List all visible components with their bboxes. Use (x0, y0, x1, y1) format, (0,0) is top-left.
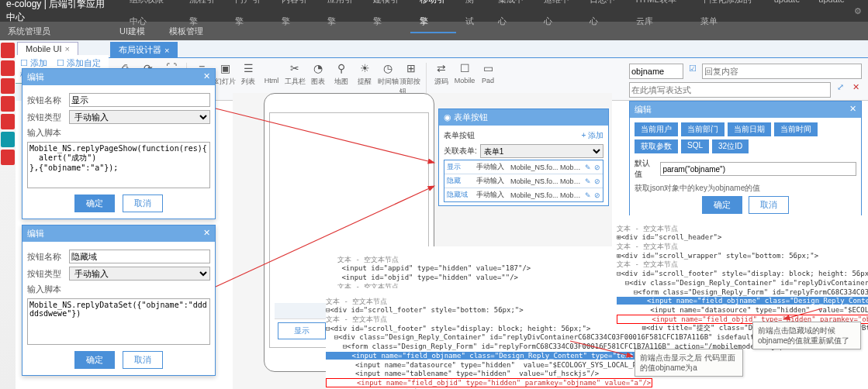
tab-mobile-ui[interactable]: Mobile UI × (17, 42, 78, 55)
tool-Html[interactable]: Html (260, 61, 283, 97)
tool-Pad[interactable]: ▭Pad (476, 61, 500, 97)
rail-item[interactable] (1, 96, 15, 112)
nav-item[interactable]: 测试 (456, 0, 489, 33)
label-type: 按钮类型 (27, 112, 64, 123)
close-icon[interactable]: ✕ (203, 71, 210, 83)
prop-reply[interactable] (702, 64, 862, 79)
nav-item[interactable]: 集成中心 (489, 0, 534, 33)
gear-icon[interactable]: ⚙ (854, 6, 862, 16)
input-name[interactable] (69, 250, 210, 263)
nav-item[interactable]: HTML表单云库 (627, 0, 691, 33)
sub-tab-ui[interactable]: UI建模 (109, 23, 156, 39)
edit-dialog-hidefield: 编辑✕ 按钮名称 按钮类型手动输入 输入脚本 Mobile_NS.replyDa… (22, 225, 216, 376)
rail-item[interactable] (1, 43, 15, 58)
form-btn-show[interactable]: 显示 (278, 323, 326, 339)
nav-item[interactable]: 运维中心 (534, 0, 580, 33)
close-icon[interactable]: × (64, 44, 69, 53)
nav-item[interactable]: 建模引擎 (364, 0, 410, 33)
nav-item[interactable]: update (809, 0, 854, 33)
cancel-button[interactable]: 取消 (749, 196, 789, 214)
ok-button[interactable]: 确定 (74, 194, 115, 212)
delete-icon[interactable]: ⊘ (594, 164, 600, 171)
select-type[interactable]: 手动输入 (69, 110, 210, 124)
chip[interactable]: 获取参数 (635, 139, 678, 153)
delete-icon[interactable]: ✕ (849, 82, 862, 98)
tool-幻灯片[interactable]: ▣幻灯片 (213, 61, 237, 97)
form-select[interactable]: 表单1 (480, 144, 603, 158)
delete-icon[interactable]: ⊘ (594, 191, 600, 199)
nav-item[interactable]: 日志中心 (580, 0, 626, 33)
input-name[interactable] (69, 93, 210, 107)
tool-icon: ☰ (241, 61, 255, 75)
delete-icon[interactable]: ⊘ (594, 177, 600, 185)
textarea-script[interactable]: Mobile_NS.replyDataSet({"objname":"ddddd… (27, 298, 210, 345)
input-default[interactable] (660, 162, 857, 176)
add-button-link[interactable]: + 添加 (581, 130, 603, 141)
tool-Mobile[interactable]: ☐Mobile (453, 61, 476, 97)
button-list-item[interactable]: 显示手动输入Mobile_NS.fo... Mobile_NS.re...✎⊘ (444, 160, 603, 174)
chip[interactable]: 当前部门 (681, 122, 724, 136)
default-value-dialog: 编辑✕ 当前用户当前部门当前日期当前时间获取参数SQL32位ID 默认值 获取j… (629, 101, 862, 219)
tab-label: 布局设计器 (119, 44, 161, 56)
tool-icon: ⚲ (334, 61, 348, 75)
tool-列表[interactable]: ☰列表 (237, 61, 260, 97)
nav-item[interactable]: 应用引擎 (318, 0, 364, 33)
edit-icon[interactable]: ✎ (585, 177, 591, 185)
left-rail (0, 40, 16, 389)
code-inspector-0: 文本 - 空文本节点 <input id="appid" type="hidde… (337, 246, 617, 291)
tool-icon: ▣ (218, 61, 232, 75)
sub-tab-tpl[interactable]: 模板管理 (158, 23, 214, 39)
tool-icon: ⊞ (404, 61, 418, 75)
nav-item[interactable]: 门户引擎 (226, 0, 271, 33)
prop-expr[interactable] (629, 82, 831, 98)
tool-提醒[interactable]: ☀提醒 (353, 61, 376, 97)
rail-item[interactable] (1, 150, 15, 165)
tool-顶部按钮[interactable]: ⊞顶部按钮 (399, 61, 423, 97)
rail-item[interactable] (1, 132, 15, 147)
textarea-script[interactable]: Mobile_NS.replyPageShow(function(res){ a… (27, 142, 210, 188)
nav-item[interactable]: 个性化添加的菜单 (691, 0, 765, 33)
button-list-item[interactable]: 隐藏域手动输入Mobile_NS.fo... Mobile_NS.re...✎⊘ (444, 188, 603, 201)
expand-icon[interactable]: ⤢ (834, 82, 846, 98)
edit-icon[interactable]: ✎ (585, 191, 591, 199)
top-nav: 组织权限中心流程引擎门户引擎内容引擎应用引擎建模引擎移动引擎测试集成中心运维中心… (120, 0, 854, 33)
nav-item[interactable]: 内容引擎 (272, 0, 318, 33)
chip[interactable]: 当前用户 (635, 122, 678, 136)
nav-item[interactable]: update (765, 0, 810, 33)
annotation-1: 前端点击显示之后 代码里面的值objname为a (635, 349, 743, 377)
tool-icon: ☐ (458, 61, 472, 75)
prop-objname[interactable] (629, 64, 683, 79)
ok-button[interactable]: 确定 (74, 351, 115, 369)
chip[interactable]: 当前日期 (728, 122, 771, 136)
check-icon[interactable]: ☑ (686, 64, 699, 79)
close-icon[interactable]: ✕ (849, 104, 856, 115)
dialog-title: 编辑 (27, 228, 44, 239)
button-list-item[interactable]: 隐藏手动输入Mobile_NS.fo... Mobile_NS.re...✎⊘ (444, 174, 603, 188)
edit-icon[interactable]: ✎ (585, 164, 591, 171)
cancel-button[interactable]: 取消 (123, 351, 163, 369)
tool-源码[interactable]: ⇄源码 (430, 61, 453, 97)
tool-工具栏[interactable]: ✂工具栏 (283, 61, 306, 97)
rail-item[interactable] (1, 114, 15, 129)
tool-地图[interactable]: ⚲地图 (330, 61, 353, 97)
chip[interactable]: 32位ID (712, 139, 749, 153)
close-icon[interactable]: ✕ (203, 228, 210, 239)
tool-时间轴[interactable]: ◷时间轴 (376, 61, 399, 97)
tab-layout-designer[interactable]: 布局设计器 × (110, 42, 178, 57)
dialog-title: 编辑 (635, 104, 652, 115)
form-button-panel: ◉ 表单按钮 表单按钮 + 添加 关联表单: 表单1 显示手动输入Mobile_… (438, 108, 609, 206)
tool-icon: ▭ (481, 61, 495, 75)
select-type[interactable]: 手动输入 (69, 267, 210, 281)
sel-label: 关联表单: (444, 146, 477, 157)
tool-图表[interactable]: ◔图表 (306, 61, 330, 97)
cancel-button[interactable]: 取消 (123, 194, 163, 212)
rail-item[interactable] (1, 60, 15, 76)
ok-button[interactable]: 确定 (702, 196, 742, 214)
dialog-title: 编辑 (27, 71, 44, 83)
rail-item[interactable] (1, 78, 15, 94)
chip[interactable]: SQL (681, 139, 709, 153)
close-icon[interactable]: × (164, 46, 169, 55)
nav-item[interactable]: 移动引擎 (410, 0, 456, 33)
chip[interactable]: 当前时间 (774, 122, 818, 136)
property-panel: ☑ ⤢ ✕ 编辑✕ 当前用户当前部门当前日期当前时间获取参数SQL32位ID 默… (629, 64, 862, 219)
